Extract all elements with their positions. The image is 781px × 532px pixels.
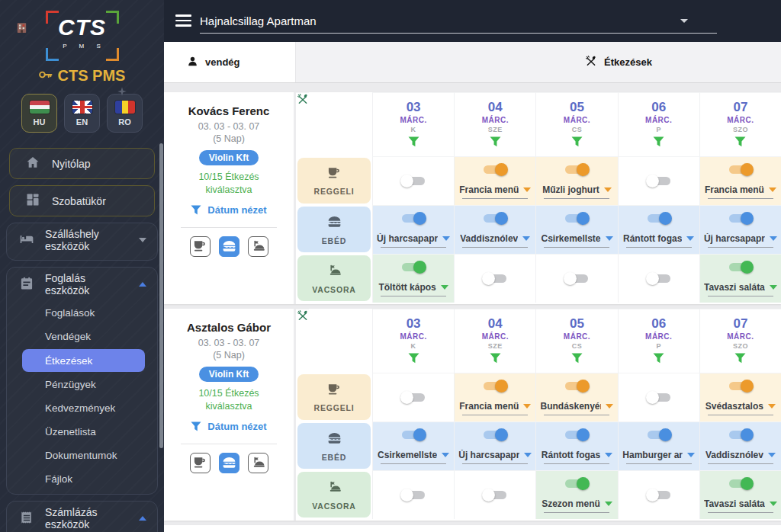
meal-toggle-on[interactable]	[565, 214, 588, 223]
sidebar-item-dokumentumok[interactable]: Dokumentumok	[7, 444, 157, 467]
menu-select[interactable]: Vaddisznólev	[460, 233, 530, 244]
sidebar-group-header-szamlazas-eszkozok[interactable]: Számlázás eszközök	[7, 502, 157, 532]
meal-toggle-off[interactable]	[402, 491, 425, 499]
meal-toggle-on[interactable]	[729, 263, 752, 271]
menu-select[interactable]: Töltött kápos	[378, 282, 448, 293]
date-filter-icon[interactable]	[734, 134, 746, 150]
meal-toggle-off[interactable]	[484, 274, 506, 283]
meal-toggle-on[interactable]	[729, 382, 752, 390]
sidebar-item-vendegek[interactable]: Vendégek	[7, 325, 157, 348]
date-filter-icon[interactable]	[408, 134, 419, 150]
coffee-icon	[326, 165, 342, 182]
meal-toggle-off[interactable]	[648, 491, 670, 499]
ebed-cell: Új harcsapapr	[454, 421, 535, 470]
coffee-icon	[326, 382, 342, 399]
vacsora-filter-button[interactable]	[248, 453, 268, 473]
date-filter-icon[interactable]	[490, 351, 501, 367]
meal-toggle-on[interactable]	[729, 479, 752, 488]
meal-toggle-on[interactable]	[565, 479, 588, 488]
date-filter-icon[interactable]	[571, 351, 583, 367]
menu-select[interactable]: Francia menü	[459, 401, 531, 412]
meal-toggle-on[interactable]	[484, 214, 506, 223]
meal-toggle-on[interactable]	[648, 214, 670, 223]
reggeli-cell: Svédasztalos	[699, 373, 781, 421]
menu-select[interactable]: Rántott fogas	[623, 233, 694, 244]
meal-toggle-off[interactable]	[402, 177, 425, 185]
menu-select[interactable]: Svédasztalos	[705, 401, 776, 412]
meal-toggle-off[interactable]	[484, 491, 506, 499]
menu-select[interactable]: Műzli joghurt	[542, 184, 612, 195]
date-view-link[interactable]: Dátum nézet	[164, 419, 294, 434]
menu-name: Csirkemellste	[378, 450, 437, 460]
meal-toggle-off[interactable]	[648, 393, 670, 402]
sidebar-item-etkezesek[interactable]: Étkezések	[22, 349, 145, 372]
meal-toggle-on[interactable]	[565, 165, 588, 174]
meal-toggle-on[interactable]	[484, 382, 506, 390]
divider	[181, 444, 277, 444]
date-filter-icon[interactable]	[653, 351, 664, 367]
menu-select[interactable]: Francia menü	[459, 184, 531, 195]
sidebar-item-uzenetlista[interactable]: Üzenetlista	[7, 420, 157, 444]
tab-guest[interactable]: vendég	[164, 42, 296, 82]
date-filter-icon[interactable]	[571, 134, 583, 150]
sidebar-item-szobatukor[interactable]: Szobatükör	[9, 185, 155, 216]
meal-toggle-on[interactable]	[565, 431, 588, 439]
meal-toggle-on[interactable]	[402, 214, 425, 223]
sidebar-item-fajlok[interactable]: Fájlok	[7, 467, 157, 491]
date-filter-icon[interactable]	[408, 351, 419, 367]
meal-toggle-on[interactable]	[484, 431, 506, 439]
menu-select[interactable]: Csirkemellste	[541, 233, 612, 244]
filter-icon	[191, 203, 201, 217]
meal-toggle-on[interactable]	[402, 263, 425, 271]
meal-toggle-on[interactable]	[729, 214, 752, 223]
date-filter-icon[interactable]	[653, 134, 664, 150]
date-header-cell: 07MÁRC.SZO	[699, 92, 781, 156]
meal-toggle-on[interactable]	[484, 165, 506, 174]
hamburger-menu-icon[interactable]	[175, 14, 191, 30]
menu-select[interactable]: Csirkemellste	[378, 450, 449, 460]
language-button-en[interactable]: EN	[64, 94, 100, 133]
meal-toggle-on[interactable]	[729, 165, 752, 174]
sidebar-group-header-foglalas-eszkozok[interactable]: Foglalás eszközök	[7, 268, 157, 301]
menu-select[interactable]: Vaddisznólev	[705, 450, 776, 460]
vacsora-cell: Tavaszi saláta	[699, 470, 781, 519]
meal-toggle-on[interactable]	[565, 382, 588, 390]
language-button-hu[interactable]: HU	[21, 94, 57, 133]
menu-select[interactable]: Új harcsapapr	[377, 233, 450, 244]
meal-toggle-off[interactable]	[402, 393, 425, 402]
sidebar-item-foglalasok[interactable]: Foglalások	[7, 301, 157, 325]
date-filter-icon[interactable]	[490, 134, 501, 150]
menu-select[interactable]: Szezon menü	[542, 498, 612, 509]
ebed-filter-button[interactable]	[219, 453, 239, 473]
property-select[interactable]: Hajnalcsillag Apartman	[200, 9, 717, 34]
menu-select[interactable]: Rántott fogas	[542, 450, 612, 460]
menu-select[interactable]: Hamburger ar	[622, 450, 695, 460]
meal-toggle-off[interactable]	[565, 274, 588, 283]
meal-toggle-off[interactable]	[648, 274, 670, 283]
menu-select[interactable]: Új harcsapapr	[458, 450, 532, 460]
date-filter-icon[interactable]	[734, 351, 746, 367]
date-view-link[interactable]: Dátum nézet	[164, 203, 294, 217]
reggeli-filter-button[interactable]	[190, 453, 211, 473]
sidebar-scrollbar[interactable]	[159, 143, 163, 448]
ebed-filter-button[interactable]	[219, 236, 239, 257]
menu-select[interactable]: Tavaszi saláta	[704, 498, 777, 509]
meal-toggle-on[interactable]	[729, 431, 752, 439]
menu-select[interactable]: Bundáskenyér	[540, 401, 613, 412]
reggeli-filter-button[interactable]	[190, 236, 211, 257]
menu-select[interactable]: Francia menü	[705, 184, 776, 195]
chevron-down-icon	[686, 236, 694, 241]
meal-toggle-on[interactable]	[648, 431, 670, 439]
menu-name: Új harcsapapr	[458, 450, 519, 460]
tab-meals[interactable]: Étkezések	[376, 42, 781, 82]
sidebar-item-penzugyek[interactable]: Pénzügyek	[7, 373, 157, 396]
vacsora-filter-button[interactable]	[248, 236, 268, 257]
sidebar-item-kedvezmenyek[interactable]: Kedvezmények	[7, 396, 157, 420]
chevron-down-icon	[524, 453, 532, 457]
menu-select[interactable]: Új harcsapapr	[704, 233, 777, 244]
sidebar-group-header-szallashely-eszkozok[interactable]: Szálláshely eszközök	[7, 223, 157, 257]
meal-toggle-on[interactable]	[402, 431, 425, 439]
meal-toggle-off[interactable]	[648, 177, 670, 185]
menu-select[interactable]: Tavaszi saláta	[704, 282, 777, 293]
sidebar-item-nyitolap[interactable]: Nyitólap	[9, 148, 155, 179]
